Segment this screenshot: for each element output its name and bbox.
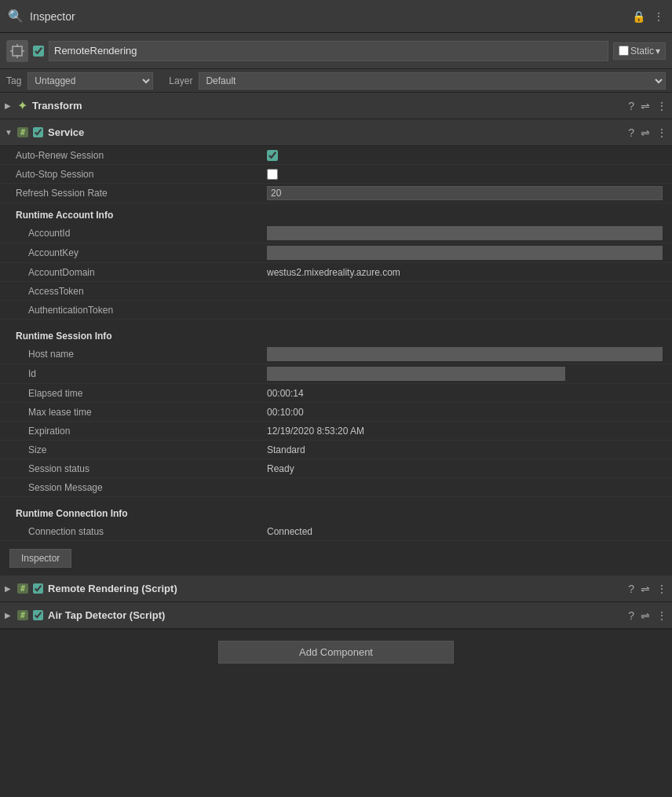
session-status-label: Session status [16,463,267,474]
gameobject-icon [6,40,28,62]
gameobject-name-input[interactable] [49,41,608,61]
elapsed-time-row: Elapsed time 00:00:14 [0,384,672,403]
layer-label: Layer [169,75,192,86]
transform-icon: ✦ [17,98,27,113]
static-checkbox[interactable] [619,46,629,56]
connection-status-row: Connection status Connected [0,522,672,541]
gameobject-row: Static ▾ [0,33,672,69]
account-key-row: AccountKey [0,243,672,263]
account-id-value[interactable] [267,226,663,240]
service-component-header[interactable]: ▼ # Service ? ⇌ ⋮ [0,119,672,146]
auth-token-label: AuthenticationToken [16,305,267,316]
title-bar: 🔍 Inspector 🔒 ⋮ [0,0,672,33]
service-content: Auto-Renew Session Auto-Stop Session Ref… [0,146,672,541]
expiration-row: Expiration 12/19/2020 8:53:20 AM [0,422,672,441]
tag-select[interactable]: Untagged [27,72,153,90]
service-actions: ? ⇌ ⋮ [628,126,667,139]
service-help-btn[interactable]: ? [628,126,634,139]
session-message-row: Session Message [0,478,672,497]
service-hash-badge: # [17,127,28,137]
tag-layer-row: Tag Untagged Layer Default [0,69,672,93]
service-dots-btn[interactable]: ⋮ [656,126,667,139]
elapsed-time-value: 00:00:14 [267,388,663,399]
id-value[interactable] [267,367,565,381]
service-settings-btn[interactable]: ⇌ [641,126,650,139]
auto-stop-checkbox[interactable] [267,169,278,180]
remote-rendering-active-checkbox[interactable] [33,583,43,594]
auto-renew-checkbox[interactable] [267,150,278,161]
max-lease-time-row: Max lease time 00:10:00 [0,403,672,422]
account-domain-label: AccountDomain [16,267,267,278]
gameobject-active-checkbox[interactable] [33,46,44,57]
remote-rendering-script-name: Remote Rendering (Script) [48,583,623,594]
host-name-value[interactable] [267,347,663,361]
account-key-label: AccountKey [16,247,267,258]
transform-settings-btn[interactable]: ⇌ [641,100,650,112]
air-tap-active-checkbox[interactable] [33,610,43,620]
remote-rendering-help-btn[interactable]: ? [628,583,634,595]
lock-icon[interactable]: 🔒 [632,10,645,23]
air-tap-script-name: Air Tap Detector (Script) [48,609,623,621]
static-button[interactable]: Static ▾ [613,42,666,60]
transform-help-btn[interactable]: ? [628,100,634,112]
account-id-row: AccountId [0,224,672,243]
transform-component-header[interactable]: ▶ ✦ Transform ? ⇌ ⋮ [0,93,672,119]
air-tap-dots-btn[interactable]: ⋮ [656,609,667,622]
host-name-label: Host name [16,349,267,360]
add-component-row: Add Component [0,629,672,675]
access-token-row: AccessToken [0,282,672,301]
air-tap-detector-script-header[interactable]: ▶ # Air Tap Detector (Script) ? ⇌ ⋮ [0,602,672,629]
id-row: Id [0,364,672,384]
session-status-value: Ready [267,463,663,474]
air-tap-settings-btn[interactable]: ⇌ [641,609,650,622]
refresh-session-input[interactable] [267,186,663,200]
account-key-value[interactable] [267,246,663,260]
static-label: Static [630,46,654,57]
size-row: Size Standard [0,441,672,459]
remote-rendering-expand-arrow: ▶ [5,584,13,593]
access-token-label: AccessToken [16,286,267,297]
refresh-session-label: Refresh Session Rate [16,188,267,199]
runtime-session-info-header: Runtime Session Info [0,324,672,345]
air-tap-actions: ? ⇌ ⋮ [628,609,667,622]
max-lease-time-value: 00:10:00 [267,407,663,418]
remote-rendering-settings-btn[interactable]: ⇌ [641,583,650,595]
air-tap-help-btn[interactable]: ? [628,609,634,622]
transform-dots-btn[interactable]: ⋮ [656,100,667,112]
transform-expand-arrow: ▶ [5,101,13,110]
runtime-account-info-header: Runtime Account Info [0,203,672,224]
service-active-checkbox[interactable] [33,127,43,137]
expiration-value: 12/19/2020 8:53:20 AM [267,426,663,437]
air-tap-expand-arrow: ▶ [5,611,13,620]
connection-status-value: Connected [267,526,663,537]
dots-icon[interactable]: ⋮ [653,10,664,23]
size-label: Size [16,444,267,455]
auto-renew-label: Auto-Renew Session [16,150,267,161]
add-component-button[interactable]: Add Component [218,641,454,664]
transform-actions: ? ⇌ ⋮ [628,100,667,112]
air-tap-hash: # [17,610,28,620]
runtime-connection-info-header: Runtime Connection Info [0,502,672,522]
svg-rect-0 [13,46,22,56]
auto-stop-row: Auto-Stop Session [0,165,672,184]
remote-rendering-script-header[interactable]: ▶ # Remote Rendering (Script) ? ⇌ ⋮ [0,576,672,602]
layer-select[interactable]: Default [199,72,666,90]
account-domain-row: AccountDomain westus2.mixedreality.azure… [0,263,672,282]
title-bar-title: Inspector [30,10,75,23]
account-id-label: AccountId [16,228,267,239]
static-chevron[interactable]: ▾ [656,46,660,57]
elapsed-time-label: Elapsed time [16,388,267,399]
auth-token-row: AuthenticationToken [0,301,672,320]
remote-rendering-dots-btn[interactable]: ⋮ [656,583,667,595]
session-status-row: Session status Ready [0,459,672,478]
auto-renew-row: Auto-Renew Session [0,146,672,165]
remote-rendering-actions: ? ⇌ ⋮ [628,583,667,595]
connection-status-label: Connection status [16,526,267,537]
host-name-row: Host name [0,345,672,364]
transform-name: Transform [32,100,623,112]
service-expand-arrow: ▼ [5,128,13,137]
inspector-tab-button[interactable]: Inspector [9,549,71,568]
max-lease-time-label: Max lease time [16,407,267,418]
size-value: Standard [267,444,663,455]
account-domain-value: westus2.mixedreality.azure.com [267,267,663,278]
